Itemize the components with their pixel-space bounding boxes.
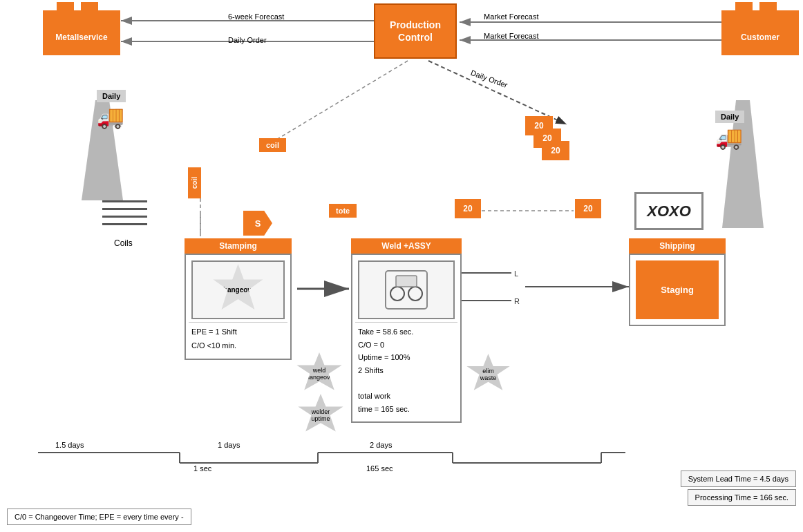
- coil-tag-small: coil: [188, 167, 201, 198]
- days-1: 1 days: [218, 441, 240, 449]
- svg-line-8: [428, 61, 567, 124]
- processing-time-box: Processing Time = 166 sec.: [688, 489, 796, 506]
- staging-label: Staging: [661, 285, 694, 295]
- weld-assy-header: Weld +ASSY: [351, 238, 462, 254]
- changeover-label: Changeover: [218, 286, 258, 294]
- production-control-label: Production Control: [390, 19, 441, 44]
- weld-changeover-burst: weld changeover: [296, 352, 343, 395]
- co-time-label: C/O <10 min.: [191, 339, 285, 353]
- coils-inventory: [102, 200, 147, 231]
- daily-order-left-label: Daily Order: [228, 36, 267, 44]
- left-truck: Daily 🚚: [97, 90, 126, 130]
- right-truck: Daily 🚚: [715, 111, 744, 151]
- weld-assy-box: Weld +ASSY Take = 58.6 sec. C/O = 0 Upti…: [351, 238, 462, 423]
- shifts-label: 2 Shifts: [358, 364, 455, 377]
- forecast-label: 6-week Forecast: [228, 12, 284, 21]
- welder-uptime-burst: welder uptime: [297, 394, 344, 437]
- svg-point-33: [408, 287, 422, 301]
- svg-point-32: [390, 287, 404, 301]
- uptime-label: Uptime = 100%: [358, 351, 455, 364]
- inventory-20-mid: 20: [455, 199, 481, 218]
- shipping-box: Shipping Staging: [629, 238, 726, 326]
- production-control-box: Production Control: [374, 3, 457, 59]
- days-2: 2 days: [370, 441, 392, 449]
- market-forecast-bottom-label: Market Forecast: [484, 32, 538, 40]
- days-1-5: 1.5 days: [55, 441, 84, 449]
- metallservice-label: Metallservice: [55, 32, 107, 42]
- customer-label: Customer: [741, 32, 780, 42]
- coils-label: Coils: [114, 238, 133, 248]
- sec-165: 165 sec: [366, 464, 393, 473]
- shipping-header: Shipping: [629, 238, 726, 254]
- svg-rect-34: [396, 276, 417, 287]
- sec-1: 1 sec: [193, 464, 211, 473]
- market-forecast-top-label: Market Forecast: [484, 12, 538, 21]
- xoxo-label: XOXO: [647, 202, 691, 220]
- elim-waste-burst: elim waste: [466, 354, 511, 395]
- take-label: Take = 58.6 sec.: [358, 325, 455, 339]
- customer-box: Customer: [721, 10, 799, 55]
- xoxo-box: XOXO: [634, 192, 703, 230]
- svg-line-20: [273, 61, 408, 142]
- epe-label: EPE = 1 Shift: [191, 325, 285, 339]
- system-lead-box: System Lead Time = 4.5 days: [681, 471, 796, 487]
- coil-tag-top: coil: [259, 138, 286, 152]
- daily-order-right-label: Daily Order: [470, 68, 509, 89]
- svg-text:R: R: [514, 297, 520, 305]
- stamping-box: Stamping Changeover EPE = 1 Shift C/O <1…: [185, 238, 292, 360]
- co-zero-label: C/O = 0: [358, 339, 455, 352]
- metallservice-box: Metallservice: [43, 10, 120, 55]
- svg-text:L: L: [514, 269, 518, 278]
- push-arrow-s: S: [243, 211, 272, 236]
- total-work-label: total work time = 165 sec.: [358, 377, 455, 416]
- legend-box: C/0 = Changeover Time; EPE = every time …: [7, 509, 191, 525]
- inventory-20-right: 20: [575, 199, 601, 218]
- tote-tag: tote: [329, 204, 357, 218]
- stamping-header: Stamping: [185, 238, 292, 254]
